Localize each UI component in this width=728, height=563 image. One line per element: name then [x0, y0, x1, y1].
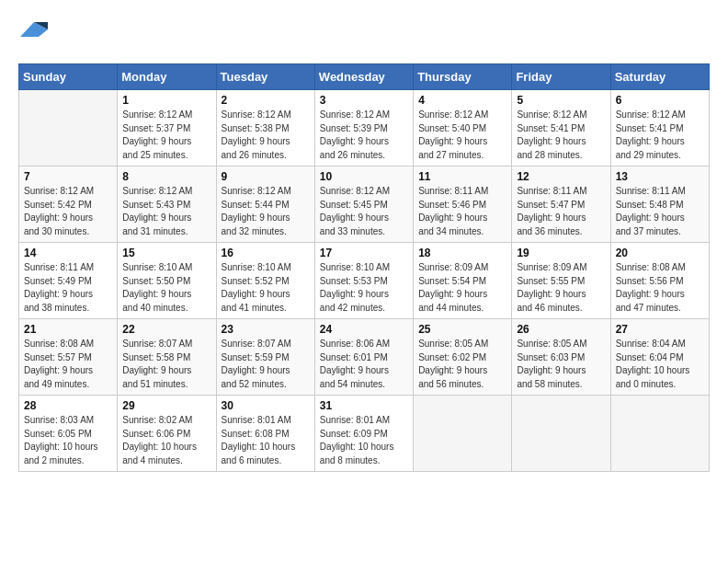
col-header-wednesday: Wednesday — [314, 64, 413, 90]
day-number: 20 — [616, 247, 704, 259]
col-header-monday: Monday — [118, 64, 216, 90]
cell-week5-day1: 28Sunrise: 8:03 AM Sunset: 6:05 PM Dayli… — [19, 396, 118, 472]
day-info: Sunrise: 8:04 AM Sunset: 6:04 PM Dayligh… — [616, 338, 704, 391]
day-info: Sunrise: 8:05 AM Sunset: 6:03 PM Dayligh… — [517, 338, 605, 391]
day-number: 22 — [122, 323, 210, 336]
cell-week3-day1: 14Sunrise: 8:11 AM Sunset: 5:49 PM Dayli… — [19, 243, 118, 319]
cell-week3-day2: 15Sunrise: 8:10 AM Sunset: 5:50 PM Dayli… — [118, 243, 216, 319]
day-info: Sunrise: 8:01 AM Sunset: 6:09 PM Dayligh… — [320, 414, 408, 467]
cell-week4-day3: 23Sunrise: 8:07 AM Sunset: 5:59 PM Dayli… — [216, 319, 314, 396]
day-number: 16 — [222, 247, 310, 259]
day-info: Sunrise: 8:08 AM Sunset: 5:56 PM Dayligh… — [616, 261, 704, 315]
day-info: Sunrise: 8:05 AM Sunset: 6:02 PM Dayligh… — [418, 338, 506, 391]
day-info: Sunrise: 8:03 AM Sunset: 6:05 PM Dayligh… — [24, 414, 112, 467]
day-info: Sunrise: 8:02 AM Sunset: 6:06 PM Dayligh… — [122, 414, 210, 467]
cell-week4-day2: 22Sunrise: 8:07 AM Sunset: 5:58 PM Dayli… — [118, 319, 216, 396]
logo-icon — [20, 18, 48, 40]
day-number: 3 — [320, 94, 408, 107]
day-number: 5 — [517, 94, 605, 107]
day-number: 25 — [418, 323, 506, 336]
col-header-friday: Friday — [512, 64, 610, 90]
day-info: Sunrise: 8:12 AM Sunset: 5:43 PM Dayligh… — [122, 185, 210, 238]
day-info: Sunrise: 8:12 AM Sunset: 5:44 PM Dayligh… — [222, 185, 310, 238]
col-header-saturday: Saturday — [610, 64, 709, 90]
day-info: Sunrise: 8:08 AM Sunset: 5:57 PM Dayligh… — [24, 338, 112, 391]
day-number: 2 — [222, 94, 310, 107]
cell-week2-day7: 13Sunrise: 8:11 AM Sunset: 5:48 PM Dayli… — [610, 167, 709, 243]
day-number: 8 — [122, 170, 210, 183]
day-info: Sunrise: 8:11 AM Sunset: 5:48 PM Dayligh… — [616, 185, 704, 238]
day-number: 6 — [616, 94, 704, 107]
cell-week1-day3: 2Sunrise: 8:12 AM Sunset: 5:38 PM Daylig… — [216, 90, 314, 167]
cell-week2-day1: 7Sunrise: 8:12 AM Sunset: 5:42 PM Daylig… — [19, 167, 118, 243]
day-number: 31 — [320, 399, 408, 412]
day-info: Sunrise: 8:09 AM Sunset: 5:54 PM Dayligh… — [418, 261, 506, 315]
cell-week1-day5: 4Sunrise: 8:12 AM Sunset: 5:40 PM Daylig… — [414, 90, 512, 167]
cell-week3-day4: 17Sunrise: 8:10 AM Sunset: 5:53 PM Dayli… — [314, 243, 413, 319]
day-number: 11 — [418, 170, 506, 183]
cell-week1-day2: 1Sunrise: 8:12 AM Sunset: 5:37 PM Daylig… — [118, 90, 216, 167]
day-info: Sunrise: 8:12 AM Sunset: 5:41 PM Dayligh… — [517, 109, 605, 162]
day-info: Sunrise: 8:12 AM Sunset: 5:38 PM Dayligh… — [222, 109, 310, 162]
day-number: 23 — [222, 323, 310, 336]
day-number: 7 — [24, 170, 112, 183]
day-number: 4 — [418, 94, 506, 107]
day-number: 9 — [222, 170, 310, 183]
cell-week2-day6: 12Sunrise: 8:11 AM Sunset: 5:47 PM Dayli… — [512, 167, 610, 243]
cell-week4-day7: 27Sunrise: 8:04 AM Sunset: 6:04 PM Dayli… — [610, 319, 709, 396]
col-header-thursday: Thursday — [414, 64, 512, 90]
calendar-table: SundayMondayTuesdayWednesdayThursdayFrid… — [18, 63, 710, 472]
cell-week1-day6: 5Sunrise: 8:12 AM Sunset: 5:41 PM Daylig… — [512, 90, 610, 167]
day-number: 18 — [418, 247, 506, 259]
day-number: 26 — [517, 323, 605, 336]
cell-week4-day6: 26Sunrise: 8:05 AM Sunset: 6:03 PM Dayli… — [512, 319, 610, 396]
cell-week1-day1 — [19, 90, 118, 167]
cell-week4-day1: 21Sunrise: 8:08 AM Sunset: 5:57 PM Dayli… — [19, 319, 118, 396]
day-info: Sunrise: 8:12 AM Sunset: 5:39 PM Dayligh… — [320, 109, 408, 162]
cell-week4-day5: 25Sunrise: 8:05 AM Sunset: 6:02 PM Dayli… — [414, 319, 512, 396]
day-number: 12 — [517, 170, 605, 183]
cell-week2-day5: 11Sunrise: 8:11 AM Sunset: 5:46 PM Dayli… — [414, 167, 512, 243]
day-info: Sunrise: 8:01 AM Sunset: 6:08 PM Dayligh… — [222, 414, 310, 467]
day-number: 19 — [517, 247, 605, 259]
day-number: 29 — [122, 399, 210, 412]
cell-week1-day7: 6Sunrise: 8:12 AM Sunset: 5:41 PM Daylig… — [610, 90, 709, 167]
day-info: Sunrise: 8:06 AM Sunset: 6:01 PM Dayligh… — [320, 338, 408, 391]
day-info: Sunrise: 8:09 AM Sunset: 5:55 PM Dayligh… — [517, 261, 605, 315]
cell-week3-day7: 20Sunrise: 8:08 AM Sunset: 5:56 PM Dayli… — [610, 243, 709, 319]
day-info: Sunrise: 8:11 AM Sunset: 5:49 PM Dayligh… — [24, 261, 112, 315]
day-number: 21 — [24, 323, 112, 336]
cell-week5-day3: 30Sunrise: 8:01 AM Sunset: 6:08 PM Dayli… — [216, 396, 314, 472]
day-info: Sunrise: 8:11 AM Sunset: 5:47 PM Dayligh… — [517, 185, 605, 238]
day-number: 27 — [616, 323, 704, 336]
cell-week1-day4: 3Sunrise: 8:12 AM Sunset: 5:39 PM Daylig… — [314, 90, 413, 167]
day-number: 17 — [320, 247, 408, 259]
day-number: 24 — [320, 323, 408, 336]
cell-week2-day2: 8Sunrise: 8:12 AM Sunset: 5:43 PM Daylig… — [118, 167, 216, 243]
col-header-sunday: Sunday — [19, 64, 118, 90]
day-info: Sunrise: 8:12 AM Sunset: 5:45 PM Dayligh… — [320, 185, 408, 238]
cell-week3-day6: 19Sunrise: 8:09 AM Sunset: 5:55 PM Dayli… — [512, 243, 610, 319]
day-info: Sunrise: 8:07 AM Sunset: 5:59 PM Dayligh… — [222, 338, 310, 391]
day-info: Sunrise: 8:07 AM Sunset: 5:58 PM Dayligh… — [122, 338, 210, 391]
day-info: Sunrise: 8:10 AM Sunset: 5:53 PM Dayligh… — [320, 261, 408, 315]
logo — [18, 18, 48, 45]
day-info: Sunrise: 8:12 AM Sunset: 5:40 PM Dayligh… — [418, 109, 506, 162]
day-info: Sunrise: 8:12 AM Sunset: 5:41 PM Dayligh… — [616, 109, 704, 162]
cell-week2-day3: 9Sunrise: 8:12 AM Sunset: 5:44 PM Daylig… — [216, 167, 314, 243]
cell-week5-day6 — [512, 396, 610, 472]
day-number: 30 — [222, 399, 310, 412]
day-info: Sunrise: 8:10 AM Sunset: 5:50 PM Dayligh… — [122, 261, 210, 315]
day-info: Sunrise: 8:12 AM Sunset: 5:42 PM Dayligh… — [24, 185, 112, 238]
cell-week2-day4: 10Sunrise: 8:12 AM Sunset: 5:45 PM Dayli… — [314, 167, 413, 243]
day-number: 15 — [122, 247, 210, 259]
day-number: 14 — [24, 247, 112, 259]
day-number: 10 — [320, 170, 408, 183]
cell-week5-day2: 29Sunrise: 8:02 AM Sunset: 6:06 PM Dayli… — [118, 396, 216, 472]
col-header-tuesday: Tuesday — [216, 64, 314, 90]
day-info: Sunrise: 8:11 AM Sunset: 5:46 PM Dayligh… — [418, 185, 506, 238]
day-info: Sunrise: 8:12 AM Sunset: 5:37 PM Dayligh… — [122, 109, 210, 162]
cell-week4-day4: 24Sunrise: 8:06 AM Sunset: 6:01 PM Dayli… — [314, 319, 413, 396]
day-number: 1 — [122, 94, 210, 107]
cell-week5-day7 — [610, 396, 709, 472]
